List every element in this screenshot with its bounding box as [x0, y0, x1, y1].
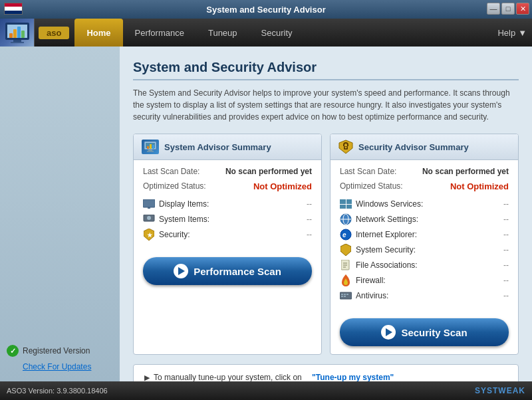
content-area: System and Security Advisor The System a…	[120, 47, 532, 381]
registered-text: Registered Version	[23, 346, 90, 355]
tuneup-text: To manually tune-up your system, click o…	[154, 373, 302, 381]
svg-rect-34	[346, 294, 348, 295]
check-updates-link[interactable]: Check For Updates	[23, 362, 91, 371]
close-button[interactable]: ✕	[516, 3, 529, 15]
sidebar: ✓ Registered Version Check For Updates	[0, 47, 120, 381]
svg-rect-35	[341, 296, 343, 297]
main-content: ✓ Registered Version Check For Updates S…	[0, 47, 532, 381]
tab-home[interactable]: Home	[74, 19, 122, 47]
ie-value: --	[503, 230, 509, 239]
play-icon	[174, 264, 188, 278]
status-bar: ASO3 Version: 3.9.3800.18406 SYSTWEAK	[0, 381, 532, 400]
brand-accent: TWEAK	[493, 386, 525, 395]
svg-rect-3	[11, 42, 24, 43]
file-assoc-row: File Associations: --	[340, 259, 509, 271]
antivirus-value: --	[503, 291, 509, 300]
windows-services-label: Windows Services:	[356, 199, 423, 209]
summary-row: System Advisor Summary Last Scan Date: N…	[133, 134, 519, 355]
security-item-value: --	[307, 230, 312, 239]
security-item-row: ★ Security: --	[143, 229, 312, 241]
minimize-button[interactable]: —	[487, 3, 500, 15]
firewall-label: Firewall:	[356, 276, 386, 285]
svg-rect-2	[13, 40, 21, 42]
help-arrow-icon: ▼	[518, 28, 527, 38]
svg-rect-4	[9, 33, 13, 38]
svg-text:★: ★	[147, 232, 153, 239]
display-items-value: --	[307, 199, 312, 209]
system-panel-icon	[142, 140, 159, 154]
svg-rect-6	[17, 27, 21, 38]
security-scan-value: No scan performed yet	[422, 167, 509, 176]
svg-text:e: e	[342, 231, 346, 239]
help-label: Help	[497, 28, 515, 38]
network-settings-row: Network Settings: --	[340, 213, 509, 225]
system-advisor-panel: System Advisor Summary Last Scan Date: N…	[133, 134, 322, 355]
svg-rect-16	[148, 207, 150, 209]
tuneup-link[interactable]: "Tune-up my system"	[312, 373, 394, 381]
ie-icon: e	[340, 229, 352, 241]
tuneup-arrow-icon: ▶	[144, 373, 150, 382]
maximize-button[interactable]: □	[501, 3, 515, 15]
play-triangle-icon	[178, 267, 185, 275]
svg-rect-10	[148, 150, 152, 151]
svg-rect-7	[21, 31, 25, 38]
system-optimized-label: Optimized Status:	[143, 181, 206, 191]
tuneup-bar: ▶ To manually tune-up your system, click…	[133, 364, 519, 381]
performance-scan-label: Performance Scan	[194, 266, 281, 277]
tab-security[interactable]: Security	[249, 19, 305, 47]
security-item-icon: ★	[143, 229, 155, 241]
display-icon	[143, 198, 155, 210]
antivirus-row: Antivirus: --	[340, 290, 509, 302]
file-assoc-icon	[340, 259, 352, 271]
security-play-triangle-icon	[386, 328, 392, 336]
antivirus-label: Antivirus:	[356, 291, 388, 300]
registered-badge: ✓ Registered Version	[7, 345, 90, 357]
help-menu[interactable]: Help ▼	[497, 28, 527, 38]
system-security-icon	[340, 244, 352, 256]
performance-scan-button[interactable]: Performance Scan	[143, 257, 312, 285]
system-items-value: --	[307, 215, 312, 224]
security-optimized-label: Optimized Status:	[340, 181, 403, 191]
network-settings-icon	[340, 213, 352, 225]
svg-rect-12	[147, 146, 149, 149]
firewall-value: --	[503, 276, 509, 285]
tab-tuneup[interactable]: Tuneup	[196, 19, 249, 47]
system-scan-value: No scan performed yet	[225, 167, 312, 176]
title-bar: System and Security Advisor — □ ✕	[0, 0, 532, 19]
ie-row: e Internet Explorer: --	[340, 229, 509, 241]
network-settings-label: Network Settings:	[356, 215, 418, 224]
security-panel-title: Security Advisor Summary	[358, 142, 469, 152]
tab-performance[interactable]: Performance	[123, 19, 196, 47]
security-panel-header: Security Advisor Summary	[331, 134, 518, 160]
svg-point-21	[345, 147, 347, 149]
svg-rect-15	[143, 199, 155, 207]
system-panel-body: Last Scan Date: No scan performed yet Op…	[134, 160, 321, 250]
security-panel-body: Last Scan Date: No scan performed yet Op…	[331, 160, 518, 312]
security-scan-button[interactable]: Security Scan	[340, 318, 509, 346]
system-scan-label: Last Scan Date:	[143, 167, 200, 176]
system-panel-header: System Advisor Summary	[134, 134, 321, 160]
firewall-icon	[340, 274, 352, 286]
svg-rect-11	[147, 151, 154, 152]
system-items-left: System Items:	[143, 213, 209, 225]
menu-bar: aso Home Performance Tuneup Security Hel…	[0, 19, 532, 47]
svg-point-18	[147, 216, 151, 220]
app-title: System and Security Advisor	[206, 5, 325, 15]
svg-rect-32	[341, 294, 343, 295]
system-panel-title: System Advisor Summary	[164, 142, 271, 152]
page-title: System and Security Advisor	[133, 60, 519, 80]
windows-services-icon	[340, 198, 352, 210]
system-status-row: Optimized Status: Not Optimized	[143, 181, 312, 191]
security-item-left: ★ Security:	[143, 229, 190, 241]
system-security-value: --	[503, 245, 509, 254]
aso-badge: aso	[39, 27, 69, 39]
windows-services-value: --	[503, 199, 509, 209]
file-assoc-label: File Associations:	[356, 260, 418, 270]
system-security-row: System Security: --	[340, 244, 509, 256]
check-icon: ✓	[7, 345, 19, 357]
security-advisor-panel: Security Advisor Summary Last Scan Date:…	[330, 134, 519, 355]
windows-services-row: Windows Services: --	[340, 198, 509, 210]
security-play-icon	[381, 325, 396, 340]
antivirus-icon	[340, 290, 352, 302]
svg-rect-33	[344, 294, 346, 295]
